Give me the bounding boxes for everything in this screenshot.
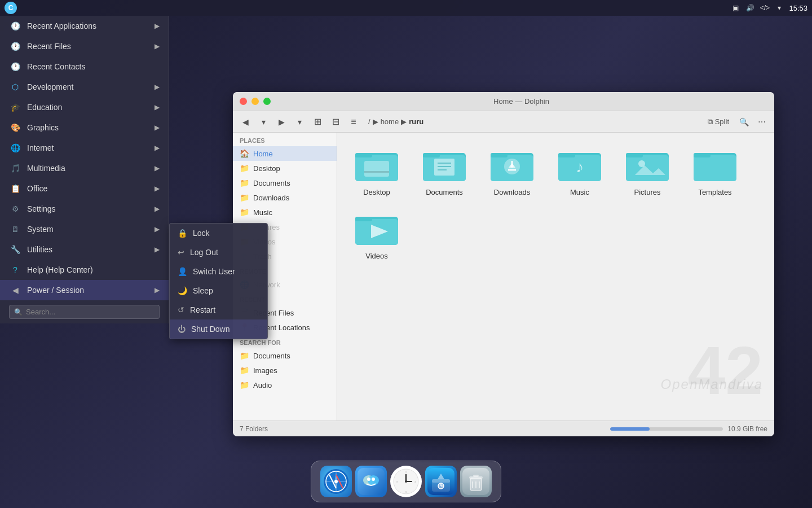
- svg-rect-7: [423, 153, 440, 157]
- speaker-icon[interactable]: 🔊: [745, 3, 755, 13]
- window-title: Home — Dolphin: [275, 97, 767, 106]
- folder-grid: Desktop Documents: [348, 144, 763, 260]
- split-button[interactable]: ⧉ Split: [703, 115, 734, 129]
- lock-item[interactable]: 🔒 Lock: [170, 224, 267, 243]
- folder-music-label: Music: [570, 188, 589, 196]
- dock: 12 3 6 9: [311, 461, 501, 502]
- split-icon: ⧉: [708, 117, 713, 126]
- folder-documents-label: Documents: [426, 188, 463, 196]
- recent-contacts-item[interactable]: 🕐 Recent Contacts: [0, 56, 169, 77]
- documents-folder-icon: 📁: [240, 178, 249, 187]
- svg-rect-30: [694, 153, 710, 157]
- toolbar-right: ⧉ Split 🔍 ⋯: [703, 114, 770, 130]
- dock-timemachine[interactable]: [425, 466, 457, 497]
- folder-videos-label: Videos: [365, 252, 388, 260]
- folder-templates-label: Templates: [698, 188, 731, 196]
- education-item[interactable]: 🎓 Education ▶: [0, 97, 169, 117]
- kde-menu-button[interactable]: C: [5, 2, 17, 14]
- internet-item[interactable]: 🌐 Internet ▶: [0, 138, 169, 158]
- search-audio-icon: 📁: [240, 380, 249, 389]
- dock-trash[interactable]: [460, 466, 492, 497]
- dolphin-window: Home — Dolphin ◀ ▾ ▶ ▾ ⊞ ⊟ ≡ / ▶ home ▶ …: [233, 92, 774, 436]
- storage-progress-track: [610, 427, 723, 431]
- dock-safari[interactable]: [320, 466, 352, 497]
- switch-user-icon: 👤: [178, 267, 187, 276]
- folder-documents[interactable]: Documents: [416, 144, 473, 196]
- development-icon: ⬡: [9, 81, 21, 93]
- dropdown-icon[interactable]: ▾: [774, 3, 784, 13]
- folder-pictures[interactable]: Pictures: [619, 144, 676, 196]
- folder-templates[interactable]: Templates: [687, 144, 743, 196]
- utilities-icon: 🔧: [9, 243, 21, 256]
- breadcrumb-home[interactable]: home: [381, 117, 399, 126]
- power-submenu: 🔒 Lock ↩ Log Out 👤 Switch User 🌙 Sleep ↺…: [169, 223, 268, 339]
- breadcrumb-separator2: ▶: [401, 117, 407, 126]
- development-item[interactable]: ⬡ Development ▶: [0, 77, 169, 97]
- taskbar-right: ▣ 🔊 </> ▾ 15:53: [730, 3, 807, 13]
- graphics-item[interactable]: 🎨 Graphics ▶: [0, 117, 169, 138]
- logout-item[interactable]: ↩ Log Out: [170, 243, 267, 262]
- compact-view-button[interactable]: ⊟: [328, 114, 343, 130]
- svg-rect-70: [473, 475, 479, 477]
- sidebar-documents[interactable]: 📁 Documents: [233, 176, 337, 190]
- breadcrumb-root[interactable]: /: [368, 117, 370, 126]
- window-minimize-button[interactable]: [251, 98, 259, 105]
- forward-button[interactable]: ▶: [273, 114, 289, 130]
- multimedia-icon: 🎵: [9, 162, 21, 174]
- search-bar[interactable]: 🔍: [9, 305, 160, 319]
- icon-view-button[interactable]: ⊞: [310, 114, 325, 130]
- dock-finder[interactable]: [355, 466, 387, 497]
- svg-rect-21: [558, 153, 575, 157]
- settings-item[interactable]: ⚙ Settings ▶: [0, 199, 169, 219]
- sidebar-search-audio[interactable]: 📁 Audio: [233, 378, 337, 392]
- hamburger-button[interactable]: ⋯: [754, 114, 770, 130]
- downloads-folder-icon: 📁: [240, 193, 249, 202]
- folder-downloads[interactable]: Downloads: [484, 144, 540, 196]
- sidebar-home[interactable]: 🏠 Home: [233, 146, 337, 161]
- folder-music[interactable]: ♪ Music: [551, 144, 608, 196]
- window-titlebar: Home — Dolphin: [233, 92, 774, 111]
- sidebar-downloads[interactable]: 📁 Downloads: [233, 190, 337, 205]
- search-button[interactable]: 🔍: [736, 114, 752, 130]
- folder-desktop[interactable]: Desktop: [348, 144, 405, 196]
- svg-rect-29: [694, 155, 736, 181]
- dock-clock[interactable]: 12 3 6 9: [390, 466, 422, 497]
- places-label: Places: [233, 133, 337, 146]
- window-close-button[interactable]: [240, 98, 247, 105]
- sidebar-desktop[interactable]: 📁 Desktop: [233, 161, 337, 176]
- nav-dropdown-button[interactable]: ▾: [255, 114, 271, 130]
- storage-bar: 10.9 GiB free: [272, 425, 767, 433]
- storage-progress-fill: [610, 427, 650, 431]
- system-item[interactable]: 🖥 System ▶: [0, 219, 169, 239]
- window-toolbar: ◀ ▾ ▶ ▾ ⊞ ⊟ ≡ / ▶ home ▶ ruru ⧉ Split 🔍 …: [233, 111, 774, 133]
- office-item[interactable]: 📋 Office ▶: [0, 178, 169, 199]
- sleep-icon: 🌙: [178, 286, 187, 295]
- sidebar-search-docs[interactable]: 📁 Documents: [233, 348, 337, 363]
- multimedia-item[interactable]: 🎵 Multimedia ▶: [0, 158, 169, 178]
- sidebar-search-images[interactable]: 📁 Images: [233, 363, 337, 378]
- sidebar-music[interactable]: 📁 Music: [233, 205, 337, 220]
- code-icon[interactable]: </>: [760, 3, 770, 13]
- window-maximize-button[interactable]: [263, 98, 271, 105]
- recent-files-item[interactable]: 🕐 Recent Files ▶: [0, 36, 169, 56]
- list-view-button[interactable]: ≡: [346, 114, 361, 130]
- power-icon: ◀: [9, 284, 21, 296]
- monitor-icon[interactable]: ▣: [730, 3, 740, 13]
- restart-item[interactable]: ↺ Restart: [170, 300, 267, 319]
- svg-point-53: [405, 480, 407, 483]
- utilities-item[interactable]: 🔧 Utilities ▶: [0, 239, 169, 260]
- taskbar-top: C ▣ 🔊 </> ▾ 15:53: [0, 0, 812, 16]
- forward-dropdown-button[interactable]: ▾: [292, 114, 307, 130]
- search-input[interactable]: [26, 308, 155, 316]
- shutdown-item[interactable]: ⏻ Shut Down: [170, 319, 267, 339]
- folder-videos[interactable]: Videos: [348, 208, 405, 260]
- switch-user-item[interactable]: 👤 Switch User: [170, 262, 267, 281]
- system-icon: 🖥: [9, 223, 21, 235]
- recent-apps-icon: 🕐: [9, 20, 21, 32]
- graphics-icon: 🎨: [9, 121, 21, 134]
- help-item[interactable]: ? Help (Help Center): [0, 260, 169, 280]
- back-button[interactable]: ◀: [237, 114, 253, 130]
- sleep-item[interactable]: 🌙 Sleep: [170, 281, 267, 300]
- power-session-item[interactable]: ◀ Power / Session ▶: [0, 280, 169, 300]
- recent-applications-item[interactable]: 🕐 Recent Applications ▶: [0, 16, 169, 36]
